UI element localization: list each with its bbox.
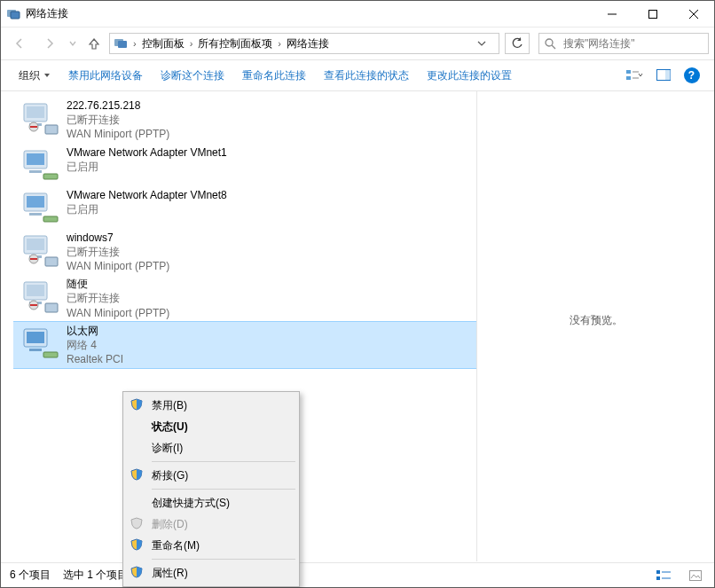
address-dropdown[interactable] xyxy=(477,39,497,48)
item-status: 已启用 xyxy=(67,202,227,216)
connection-icon xyxy=(20,277,59,316)
svg-rect-15 xyxy=(665,70,671,80)
list-item[interactable]: windows7 已断开连接 WAN Miniport (PPTP) xyxy=(13,229,476,276)
forward-button[interactable] xyxy=(36,32,63,55)
separator xyxy=(152,461,295,462)
item-name: 随便 xyxy=(67,277,169,291)
svg-line-9 xyxy=(552,45,555,49)
list-item[interactable]: 随便 已断开连接 WAN Miniport (PPTP) xyxy=(13,275,476,322)
ctx-delete: 删除(D) xyxy=(125,514,297,535)
list-item[interactable]: 222.76.215.218 已断开连接 WAN Miniport (PPTP) xyxy=(13,97,476,144)
refresh-button[interactable] xyxy=(505,33,530,54)
location-icon xyxy=(114,36,128,51)
view-options-button[interactable] xyxy=(620,64,648,87)
connection-icon xyxy=(20,324,59,363)
breadcrumb[interactable]: 网络连接 xyxy=(285,36,331,51)
list-item[interactable]: 以太网 网络 4 Realtek PCI xyxy=(13,322,476,369)
chevron-right-icon: › xyxy=(188,38,195,49)
chevron-right-icon: › xyxy=(131,38,138,49)
address-bar[interactable]: › 控制面板 › 所有控制面板项 › 网络连接 xyxy=(109,33,499,54)
svg-rect-39 xyxy=(45,303,58,312)
svg-rect-46 xyxy=(656,570,660,574)
minimize-button[interactable] xyxy=(592,1,632,27)
shield-icon xyxy=(130,398,145,412)
separator xyxy=(152,559,295,560)
svg-rect-10 xyxy=(626,70,631,74)
item-status: 网络 4 xyxy=(67,338,123,352)
shield-icon xyxy=(130,517,145,531)
maximize-button[interactable] xyxy=(632,1,673,27)
connection-icon xyxy=(20,145,59,184)
breadcrumb[interactable]: 所有控制面板项 xyxy=(196,36,274,51)
cmd-disable-device[interactable]: 禁用此网络设备 xyxy=(59,63,152,89)
titlebar: 网络连接 xyxy=(1,1,714,27)
left-gutter xyxy=(1,91,13,561)
preview-pane: 没有预览。 xyxy=(476,91,714,561)
svg-rect-1 xyxy=(11,12,20,19)
window-controls xyxy=(592,1,714,27)
cmd-diagnose[interactable]: 诊断这个连接 xyxy=(152,63,233,89)
svg-rect-43 xyxy=(27,332,44,343)
ctx-properties[interactable]: 属性(R) xyxy=(125,562,297,584)
status-selection: 选中 1 个项目 xyxy=(63,568,128,583)
ctx-shortcut[interactable]: 创建快捷方式(S) xyxy=(125,492,297,514)
organize-menu[interactable]: 组织 xyxy=(10,63,59,89)
command-bar: 组织 禁用此网络设备 诊断这个连接 重命名此连接 查看此连接的状态 更改此连接的… xyxy=(1,59,714,91)
cmd-rename[interactable]: 重命名此连接 xyxy=(233,63,315,89)
view-details-button[interactable] xyxy=(654,568,673,584)
list-item[interactable]: VMware Network Adapter VMnet1 已启用 xyxy=(13,144,476,186)
item-device: WAN Miniport (PPTP) xyxy=(67,127,169,141)
search-input[interactable] xyxy=(562,36,703,51)
item-device: WAN Miniport (PPTP) xyxy=(67,259,169,273)
cmd-status[interactable]: 查看此连接的状态 xyxy=(315,63,418,89)
svg-rect-17 xyxy=(27,106,44,118)
svg-rect-44 xyxy=(29,349,42,351)
svg-rect-19 xyxy=(45,125,58,134)
svg-rect-3 xyxy=(649,11,657,19)
shield-icon xyxy=(130,468,145,482)
help-button[interactable]: ? xyxy=(677,64,705,87)
item-name: windows7 xyxy=(67,231,169,245)
up-button[interactable] xyxy=(82,32,106,55)
ctx-disable[interactable]: 禁用(B) xyxy=(125,395,297,416)
ctx-rename[interactable]: 重命名(M) xyxy=(125,535,297,556)
view-large-icons-button[interactable] xyxy=(686,568,705,584)
svg-rect-37 xyxy=(27,285,44,296)
svg-point-8 xyxy=(546,39,553,46)
list-item[interactable]: VMware Network Adapter VMnet8 已启用 xyxy=(13,186,476,229)
help-icon: ? xyxy=(684,67,700,83)
item-status: 已启用 xyxy=(67,160,227,174)
ctx-bridge[interactable]: 桥接(G) xyxy=(125,465,297,486)
navbar: › 控制面板 › 所有控制面板项 › 网络连接 xyxy=(1,27,714,59)
breadcrumb[interactable]: 控制面板 xyxy=(140,36,186,51)
context-menu: 禁用(B) 状态(U) 诊断(I) 桥接(G) 创建快捷方式(S) 删除(D) … xyxy=(122,391,300,587)
svg-rect-27 xyxy=(27,196,44,208)
item-status: 已断开连接 xyxy=(67,245,169,259)
svg-rect-29 xyxy=(43,216,58,222)
cmd-settings[interactable]: 更改此连接的设置 xyxy=(418,63,521,89)
window: 网络连接 › 控制面板 › 所有控制面板项 › 网络连接 xyxy=(0,0,715,588)
ctx-status[interactable]: 状态(U) xyxy=(125,416,297,437)
svg-rect-31 xyxy=(27,239,44,250)
separator xyxy=(152,489,295,490)
svg-rect-33 xyxy=(45,257,58,266)
close-button[interactable] xyxy=(673,1,714,27)
svg-rect-50 xyxy=(690,570,702,580)
search-icon xyxy=(545,38,556,50)
connection-icon xyxy=(20,188,59,227)
main-area: 222.76.215.218 已断开连接 WAN Miniport (PPTP)… xyxy=(1,91,714,561)
history-dropdown[interactable] xyxy=(67,40,79,47)
item-name: VMware Network Adapter VMnet8 xyxy=(67,188,227,202)
item-name: 以太网 xyxy=(67,324,123,338)
preview-pane-button[interactable] xyxy=(648,64,677,87)
item-status: 已断开连接 xyxy=(67,291,169,305)
search-box[interactable] xyxy=(538,33,709,54)
svg-rect-7 xyxy=(118,41,127,48)
svg-rect-28 xyxy=(29,213,42,216)
back-button[interactable] xyxy=(6,32,33,55)
preview-text: 没有预览。 xyxy=(570,313,623,328)
ctx-diagnose[interactable]: 诊断(I) xyxy=(125,437,297,459)
svg-rect-11 xyxy=(626,76,631,80)
chevron-right-icon: › xyxy=(276,38,283,49)
svg-rect-23 xyxy=(27,153,44,165)
